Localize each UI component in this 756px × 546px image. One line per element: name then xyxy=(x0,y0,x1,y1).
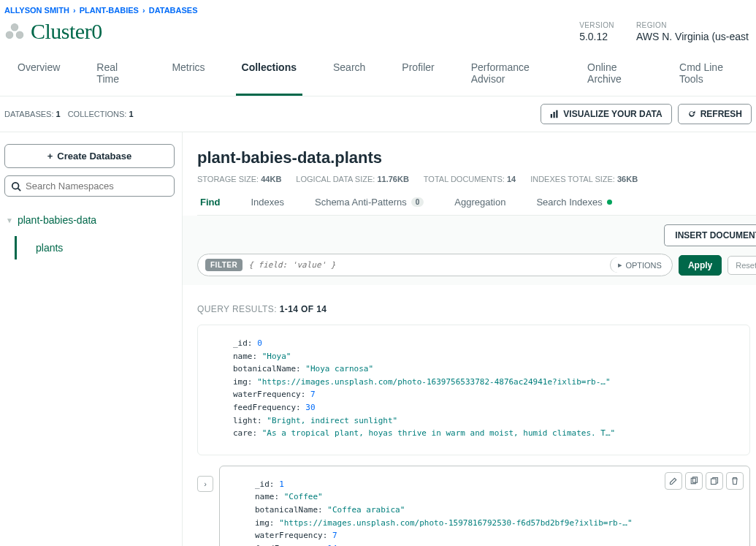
tab-overview[interactable]: Overview xyxy=(12,54,66,96)
collections-count: 1 xyxy=(129,110,133,118)
breadcrumb: ALLYSON SMITH › PLANT-BABIES › DATABASES xyxy=(0,0,756,19)
svg-line-7 xyxy=(18,188,21,191)
trash-button[interactable] xyxy=(726,472,744,490)
collections-label: COLLECTIONS: xyxy=(68,110,127,118)
status-dot-icon xyxy=(607,200,612,205)
clone-icon xyxy=(710,477,719,485)
svg-rect-3 xyxy=(551,114,552,118)
region-value: AWS N. Virginia (us-east xyxy=(636,31,749,42)
sidebar: + Create Database ▼ plant-babies-data pl… xyxy=(0,132,183,546)
tab-online-archive[interactable]: Online Archive xyxy=(581,54,649,96)
document-field: _id: 0 xyxy=(233,337,741,350)
databases-count: 1 xyxy=(56,110,61,118)
crumb-user[interactable]: ALLYSON SMITH xyxy=(4,6,69,15)
version-label: VERSION xyxy=(579,21,614,29)
document-field: feedFrequency: 30 xyxy=(233,401,741,414)
document-field: name: "Coffee" xyxy=(255,490,741,504)
create-database-button[interactable]: + Create Database xyxy=(4,144,175,168)
copy-icon xyxy=(690,477,698,485)
crumb-section[interactable]: DATABASES xyxy=(149,6,198,15)
region-block: REGION AWS N. Virginia (us-east xyxy=(636,21,749,42)
document-field: botanicalName: "Coffea arabica" xyxy=(255,504,741,517)
document-field: waterFrequency: 7 xyxy=(255,529,741,542)
insert-document-button[interactable]: INSERT DOCUMENT xyxy=(664,224,756,246)
cluster-icon xyxy=(4,21,25,42)
document-field: img: "https://images.unsplash.com/photo-… xyxy=(233,376,741,389)
results-header: QUERY RESULTS: 1-14 OF 14 xyxy=(197,304,756,314)
apply-button[interactable]: Apply xyxy=(679,255,722,276)
chart-icon xyxy=(550,110,559,118)
main-tabs: OverviewReal TimeMetricsCollectionsSearc… xyxy=(0,54,756,96)
collection-tabs: Find Indexes Schema Anti-Patterns 0 Aggr… xyxy=(197,197,756,216)
tab-real-time[interactable]: Real Time xyxy=(91,54,141,96)
svg-point-0 xyxy=(6,31,12,38)
svg-rect-10 xyxy=(711,479,717,485)
main-panel: plant-babies-data.plants STORAGE SIZE: 4… xyxy=(183,132,756,546)
collection-title: plant-babies-data.plants xyxy=(197,148,756,167)
schema-count-badge: 0 xyxy=(411,197,424,207)
svg-point-1 xyxy=(16,31,23,38)
crumb-project[interactable]: PLANT-BABIES xyxy=(80,6,139,15)
svg-rect-5 xyxy=(557,110,558,118)
document-card[interactable]: _id: 1name: "Coffee"botanicalName: "Coff… xyxy=(219,466,750,546)
stats-bar: DATABASES: 1 COLLECTIONS: 1 VISUALIZE YO… xyxy=(0,96,756,132)
version-block: VERSION 5.0.12 xyxy=(579,21,614,42)
plus-icon: + xyxy=(47,151,53,162)
cluster-header: Cluster0 VERSION 5.0.12 REGION AWS N. Vi… xyxy=(0,19,756,54)
document-field: botanicalName: "Hoya carnosa" xyxy=(233,363,741,376)
document-card[interactable]: _id: 0name: "Hoya"botanicalName: "Hoya c… xyxy=(197,325,750,455)
filter-input[interactable] xyxy=(248,260,604,270)
collection-stats: STORAGE SIZE: 44KB LOGICAL DATA SIZE: 11… xyxy=(197,175,756,183)
trash-icon xyxy=(730,477,739,485)
document-field: light: "Bright, indirect sunlight" xyxy=(233,414,741,428)
refresh-button[interactable]: REFRESH xyxy=(678,104,752,124)
tab-find[interactable]: Find xyxy=(197,197,223,215)
tab-profiler[interactable]: Profiler xyxy=(396,54,440,96)
collection-item[interactable]: plants xyxy=(15,236,175,259)
tab-collections[interactable]: Collections xyxy=(236,54,302,96)
document-field: name: "Hoya" xyxy=(233,350,741,363)
refresh-icon xyxy=(687,110,696,118)
tab-schema-anti-patterns[interactable]: Schema Anti-Patterns 0 xyxy=(312,197,427,215)
filter-bar: FILTER ▸ OPTIONS Apply Reset xyxy=(197,254,756,276)
tab-cmd-line-tools[interactable]: Cmd Line Tools xyxy=(673,54,744,96)
region-label: REGION xyxy=(636,21,749,29)
edit-icon xyxy=(669,477,678,485)
filter-options-button[interactable]: ▸ OPTIONS xyxy=(610,257,669,273)
visualize-button[interactable]: VISUALIZE YOUR DATA xyxy=(541,104,671,124)
expand-document-button[interactable]: › xyxy=(197,476,213,492)
clone-button[interactable] xyxy=(706,472,723,490)
search-namespaces-input[interactable] xyxy=(4,175,175,197)
svg-point-2 xyxy=(11,24,18,31)
cluster-name: Cluster0 xyxy=(31,19,102,44)
databases-label: DATABASES: xyxy=(4,110,53,118)
caret-down-icon: ▼ xyxy=(6,216,13,224)
tab-indexes[interactable]: Indexes xyxy=(248,197,287,215)
filter-input-wrap[interactable]: FILTER ▸ OPTIONS xyxy=(197,254,673,276)
svg-point-6 xyxy=(12,182,19,189)
tab-search-indexes[interactable]: Search Indexes xyxy=(533,197,614,215)
database-item[interactable]: ▼ plant-babies-data xyxy=(4,211,175,229)
db-tree: ▼ plant-babies-data plants xyxy=(4,211,175,259)
search-namespaces-field[interactable] xyxy=(26,181,168,192)
document-field: feedFrequency: 14 xyxy=(255,542,741,546)
caret-right-icon: ▸ xyxy=(618,260,622,270)
copy-button[interactable] xyxy=(685,472,703,490)
filter-chip: FILTER xyxy=(205,259,243,271)
tab-aggregation[interactable]: Aggregation xyxy=(451,197,508,215)
svg-rect-4 xyxy=(554,112,555,118)
tab-performance-advisor[interactable]: Performance Advisor xyxy=(465,54,557,96)
document-field: img: "https://images.unsplash.com/photo-… xyxy=(255,517,741,530)
edit-button[interactable] xyxy=(665,472,682,490)
version-value: 5.0.12 xyxy=(579,31,614,42)
search-icon xyxy=(11,181,21,192)
document-field: care: "As a tropical plant, hoyas thrive… xyxy=(233,427,741,440)
document-field: waterFrequency: 7 xyxy=(233,388,741,401)
tab-search[interactable]: Search xyxy=(327,54,371,96)
tab-metrics[interactable]: Metrics xyxy=(166,54,210,96)
reset-button[interactable]: Reset xyxy=(728,256,756,275)
